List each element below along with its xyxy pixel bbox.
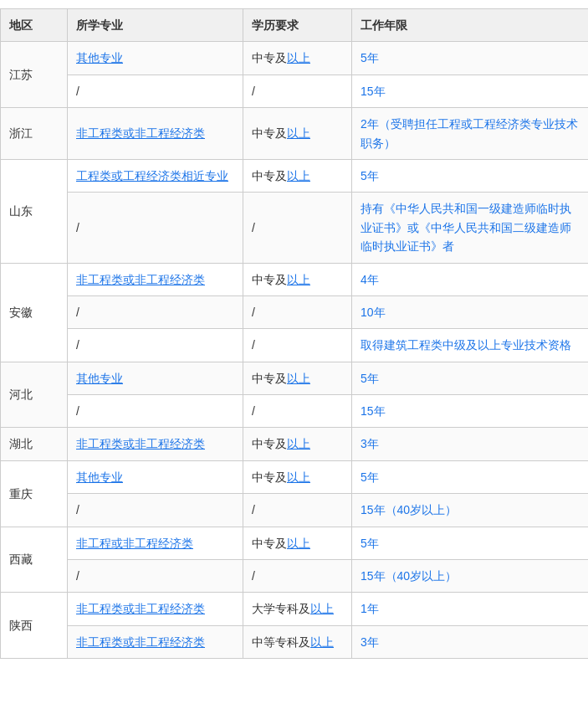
major-cell[interactable]: 非工程类或非工程经济类 — [68, 625, 243, 658]
work-cell[interactable]: 15年（40岁以上） — [352, 494, 589, 527]
major-cell: / — [68, 560, 243, 593]
edu-cell: / — [243, 74, 352, 107]
table-row: //15年 — [1, 395, 589, 428]
table-row: 非工程类或非工程经济类中等专科及以上3年 — [1, 625, 589, 658]
work-cell[interactable]: 取得建筑工程类中级及以上专业技术资格 — [352, 329, 589, 362]
data-table: 地区 所学专业 学历要求 工作年限 江苏其他专业中专及以上5年//15年浙江非工… — [0, 8, 588, 659]
edu-cell: / — [243, 329, 352, 362]
major-cell: / — [68, 193, 243, 263]
edu-cell: / — [243, 494, 352, 527]
table-body: 江苏其他专业中专及以上5年//15年浙江非工程类或非工程经济类中专及以上2年（受… — [1, 42, 589, 659]
region-cell: 重庆 — [1, 460, 68, 527]
region-cell: 河北 — [1, 362, 68, 428]
edu-cell[interactable]: 中专及以上 — [243, 362, 352, 394]
table-row: //15年 — [1, 74, 589, 107]
major-cell[interactable]: 其他专业 — [68, 460, 243, 493]
main-container: 地区 所学专业 学历要求 工作年限 江苏其他专业中专及以上5年//15年浙江非工… — [0, 0, 588, 667]
work-cell[interactable]: 5年 — [352, 362, 589, 394]
work-cell[interactable]: 5年 — [352, 527, 589, 559]
work-cell[interactable]: 5年 — [352, 42, 589, 74]
table-row: 浙江非工程类或非工程经济类中专及以上2年（受聘担任工程或工程经济类专业技术职务） — [1, 108, 589, 160]
work-cell[interactable]: 15年（40岁以上） — [352, 560, 589, 593]
major-cell: / — [68, 395, 243, 428]
edu-cell[interactable]: 中等专科及以上 — [243, 625, 352, 658]
table-row: //持有《中华人民共和国一级建造师临时执业证书》或《中华人民共和国二级建造师临时… — [1, 193, 589, 263]
work-cell[interactable]: 4年 — [352, 263, 589, 295]
region-cell: 江苏 — [1, 42, 68, 108]
major-cell: / — [68, 74, 243, 107]
major-cell[interactable]: 非工程类或非工程经济类 — [68, 428, 243, 460]
table-row: //10年 — [1, 295, 589, 328]
work-cell[interactable]: 15年 — [352, 74, 589, 107]
header-edu: 学历要求 — [243, 9, 352, 42]
work-cell[interactable]: 3年 — [352, 428, 589, 460]
edu-cell[interactable]: 大学专科及以上 — [243, 593, 352, 625]
edu-cell[interactable]: 中专及以上 — [243, 460, 352, 493]
edu-cell[interactable]: 中专及以上 — [243, 42, 352, 74]
region-cell: 安徽 — [1, 263, 68, 362]
work-cell[interactable]: 5年 — [352, 460, 589, 493]
major-cell[interactable]: 其他专业 — [68, 362, 243, 394]
table-row: 安徽非工程类或非工程经济类中专及以上4年 — [1, 263, 589, 295]
edu-cell: / — [243, 193, 352, 263]
table-row: 陕西非工程类或非工程经济类大学专科及以上1年 — [1, 593, 589, 625]
region-cell: 西藏 — [1, 527, 68, 593]
table-row: 山东工程类或工程经济类相近专业中专及以上5年 — [1, 159, 589, 192]
work-cell[interactable]: 3年 — [352, 625, 589, 658]
edu-cell: / — [243, 560, 352, 593]
table-row: //15年（40岁以上） — [1, 494, 589, 527]
work-cell[interactable]: 15年 — [352, 395, 589, 428]
work-cell[interactable]: 5年 — [352, 159, 589, 192]
header-work: 工作年限 — [352, 9, 589, 42]
edu-cell: / — [243, 395, 352, 428]
work-cell[interactable]: 1年 — [352, 593, 589, 625]
edu-cell[interactable]: 中专及以上 — [243, 527, 352, 559]
region-cell: 陕西 — [1, 593, 68, 659]
region-cell: 山东 — [1, 159, 68, 263]
major-cell[interactable]: 非工程类或非工程经济类 — [68, 263, 243, 295]
table-row: 重庆其他专业中专及以上5年 — [1, 460, 589, 493]
table-row: //取得建筑工程类中级及以上专业技术资格 — [1, 329, 589, 362]
table-row: 西藏非工程或非工程经济类中专及以上5年 — [1, 527, 589, 559]
edu-cell[interactable]: 中专及以上 — [243, 108, 352, 160]
major-cell: / — [68, 494, 243, 527]
work-cell[interactable]: 10年 — [352, 295, 589, 328]
header-major: 所学专业 — [68, 9, 243, 42]
major-cell[interactable]: 工程类或工程经济类相近专业 — [68, 159, 243, 192]
header-region: 地区 — [1, 9, 68, 42]
major-cell[interactable]: 其他专业 — [68, 42, 243, 74]
table-row: 江苏其他专业中专及以上5年 — [1, 42, 589, 74]
major-cell: / — [68, 295, 243, 328]
major-cell: / — [68, 329, 243, 362]
header-row: 地区 所学专业 学历要求 工作年限 — [1, 9, 589, 42]
region-cell: 浙江 — [1, 108, 68, 160]
region-cell: 湖北 — [1, 428, 68, 460]
work-cell[interactable]: 持有《中华人民共和国一级建造师临时执业证书》或《中华人民共和国二级建造师临时执业… — [352, 193, 589, 263]
edu-cell[interactable]: 中专及以上 — [243, 428, 352, 460]
major-cell[interactable]: 非工程或非工程经济类 — [68, 527, 243, 559]
major-cell[interactable]: 非工程类或非工程经济类 — [68, 593, 243, 625]
work-cell[interactable]: 2年（受聘担任工程或工程经济类专业技术职务） — [352, 108, 589, 160]
table-row: //15年（40岁以上） — [1, 560, 589, 593]
edu-cell: / — [243, 295, 352, 328]
table-row: 河北其他专业中专及以上5年 — [1, 362, 589, 394]
edu-cell[interactable]: 中专及以上 — [243, 263, 352, 295]
edu-cell[interactable]: 中专及以上 — [243, 159, 352, 192]
table-row: 湖北非工程类或非工程经济类中专及以上3年 — [1, 428, 589, 460]
major-cell[interactable]: 非工程类或非工程经济类 — [68, 108, 243, 160]
